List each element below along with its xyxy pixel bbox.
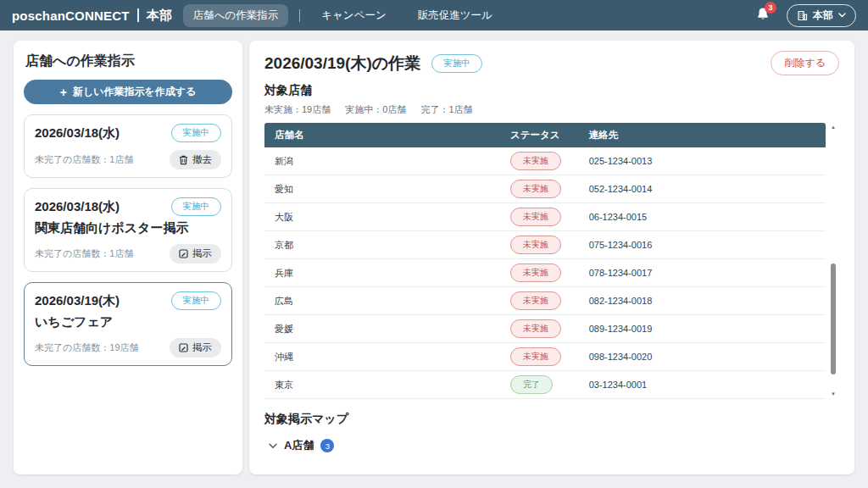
map-section-heading: 対象掲示マップ xyxy=(264,412,839,427)
nav-right: 3 本部 xyxy=(756,4,856,27)
status-badge: 実施中 xyxy=(431,54,482,73)
incomplete-count: 未完了の店舗数：1店舗 xyxy=(35,153,133,166)
store-name: 兵庫 xyxy=(264,259,500,287)
create-instruction-button[interactable]: + 新しい作業指示を作成する xyxy=(24,80,232,104)
sidebar-title: 店舗への作業指示 xyxy=(25,53,231,70)
posting-pill[interactable]: 掲示 xyxy=(170,244,221,263)
table-row: 広島 未実施 082-1234-0018 xyxy=(264,287,826,315)
table-row: 京都 未実施 075-1234-0016 xyxy=(264,231,826,259)
store-contact: 098-1234-0020 xyxy=(579,343,826,371)
top-nav: poschanCONNECT 本部 店舗への作業指示 キャンペーン 販売促進ツー… xyxy=(0,0,868,30)
stores-table-container: 店舗名 ステータス 連絡先 新潟 未実施 025-1234-0013 愛知 未実… xyxy=(264,123,839,399)
nav-tab-promo-tools[interactable]: 販売促進ツール xyxy=(408,4,503,27)
store-contact: 06-1234-0015 xyxy=(579,203,826,231)
table-row: 兵庫 未実施 078-1234-0017 xyxy=(264,259,826,287)
task-title: 関東店舗向けポスター掲示 xyxy=(35,220,221,236)
task-date: 2026/03/18(水) xyxy=(35,199,120,215)
column-store-name: 店舗名 xyxy=(264,123,500,147)
notification-button[interactable]: 3 xyxy=(756,7,770,25)
posting-pill-label: 掲示 xyxy=(192,247,212,260)
column-status: ステータス xyxy=(500,123,579,147)
incomplete-count: 未完了の店舗数：1店舗 xyxy=(35,247,133,260)
task-date: 2026/03/18(水) xyxy=(35,125,120,141)
nav-tab-campaign[interactable]: キャンペーン xyxy=(311,4,396,27)
posting-pill-label: 掲示 xyxy=(192,341,212,354)
task-list-panel: 店舗への作業指示 + 新しい作業指示を作成する 2026/03/18(水) 実施… xyxy=(14,41,242,474)
note-icon xyxy=(179,249,188,258)
status-badge: 未実施 xyxy=(510,291,561,310)
table-row: 沖縄 未実施 098-1234-0020 xyxy=(264,343,826,371)
delete-button[interactable]: 削除する xyxy=(771,51,839,75)
store-name: 愛知 xyxy=(264,175,500,203)
map-group-label: A店舗 xyxy=(284,438,314,453)
table-row: 愛知 未実施 052-1234-0014 xyxy=(264,175,826,203)
status-badge: 完了 xyxy=(510,375,553,394)
status-badge: 実施中 xyxy=(171,197,222,216)
status-badge: 未実施 xyxy=(510,152,561,170)
stat-done: 完了：1店舗 xyxy=(420,103,472,116)
chevron-down-icon xyxy=(838,13,846,18)
status-badge: 未実施 xyxy=(510,263,561,282)
store-contact: 078-1234-0017 xyxy=(579,259,826,287)
table-row: 東京 完了 03-1234-0001 xyxy=(264,371,826,399)
note-icon xyxy=(179,343,188,352)
store-contact: 089-1234-0019 xyxy=(579,315,826,343)
status-badge: 未実施 xyxy=(510,180,561,198)
store-contact: 03-1234-0001 xyxy=(579,371,826,399)
brand-divider xyxy=(137,8,139,22)
status-badge: 未実施 xyxy=(510,236,561,254)
status-badge: 実施中 xyxy=(171,124,222,142)
task-card[interactable]: 2026/03/18(水) 実施中 未完了の店舗数：1店舗 撤去 xyxy=(24,114,232,178)
status-badge: 未実施 xyxy=(510,208,561,226)
plus-icon: + xyxy=(60,86,67,98)
store-name: 沖縄 xyxy=(264,343,500,371)
page-title: 2026/03/19(木)の作業 xyxy=(264,53,420,75)
incomplete-count: 未完了の店舗数：19店舗 xyxy=(35,341,139,354)
map-group-count-badge: 3 xyxy=(320,439,334,452)
store-name: 新潟 xyxy=(264,147,500,175)
table-scrollbar[interactable]: ▲ ▼ xyxy=(829,123,837,399)
store-contact: 025-1234-0013 xyxy=(579,147,826,175)
trash-icon xyxy=(179,155,188,165)
task-detail-panel: 2026/03/19(木)の作業 実施中 削除する 対象店舗 未実施：19店舗 … xyxy=(249,41,854,474)
target-stores-heading: 対象店舗 xyxy=(264,83,839,98)
removal-pill[interactable]: 撤去 xyxy=(170,150,221,169)
task-title: いちごフェア xyxy=(35,314,221,330)
scroll-up-arrow[interactable]: ▲ xyxy=(829,123,837,132)
task-card-selected[interactable]: 2026/03/19(木) 実施中 いちごフェア 未完了の店舗数：19店舗 掲示 xyxy=(24,282,232,366)
map-group-a[interactable]: A店舗 3 xyxy=(264,438,839,453)
stores-table: 店舗名 ステータス 連絡先 新潟 未実施 025-1234-0013 愛知 未実… xyxy=(264,123,826,399)
building-icon xyxy=(797,10,808,21)
chevron-down-icon xyxy=(269,443,277,449)
store-contact: 052-1234-0014 xyxy=(579,175,826,203)
scroll-down-arrow[interactable]: ▼ xyxy=(829,390,837,399)
store-contact: 082-1234-0018 xyxy=(579,287,826,315)
table-row: 新潟 未実施 025-1234-0013 xyxy=(264,147,826,175)
store-name: 東京 xyxy=(264,371,500,399)
table-row: 大阪 未実施 06-1234-0015 xyxy=(264,203,826,231)
table-row: 愛媛 未実施 089-1234-0019 xyxy=(264,315,826,343)
account-menu-button[interactable]: 本部 xyxy=(787,4,856,27)
brand-name: poschanCONNECT xyxy=(12,8,130,23)
task-card[interactable]: 2026/03/18(水) 実施中 関東店舗向けポスター掲示 未完了の店舗数：1… xyxy=(24,188,232,272)
brand: poschanCONNECT 本部 xyxy=(12,8,172,24)
task-date: 2026/03/19(木) xyxy=(35,293,120,309)
removal-pill-label: 撤去 xyxy=(192,153,212,166)
store-name: 京都 xyxy=(264,231,500,259)
create-instruction-label: 新しい作業指示を作成する xyxy=(73,85,196,99)
posting-pill[interactable]: 掲示 xyxy=(170,338,221,358)
store-contact: 075-1234-0016 xyxy=(579,231,826,259)
store-name: 大阪 xyxy=(264,203,500,231)
notification-count-badge: 3 xyxy=(765,2,776,14)
store-name: 愛媛 xyxy=(264,315,500,343)
nav-tab-store-instructions[interactable]: 店舗への作業指示 xyxy=(183,4,289,27)
scrollbar-thumb[interactable] xyxy=(831,263,836,374)
nav-divider xyxy=(299,9,300,22)
status-badge: 未実施 xyxy=(510,347,561,366)
stat-pending: 未実施：19店舗 xyxy=(264,103,331,116)
status-badge: 実施中 xyxy=(171,291,222,310)
org-label: 本部 xyxy=(147,8,172,24)
status-badge: 未実施 xyxy=(510,319,561,338)
account-label: 本部 xyxy=(813,8,833,23)
column-contact: 連絡先 xyxy=(579,123,826,147)
